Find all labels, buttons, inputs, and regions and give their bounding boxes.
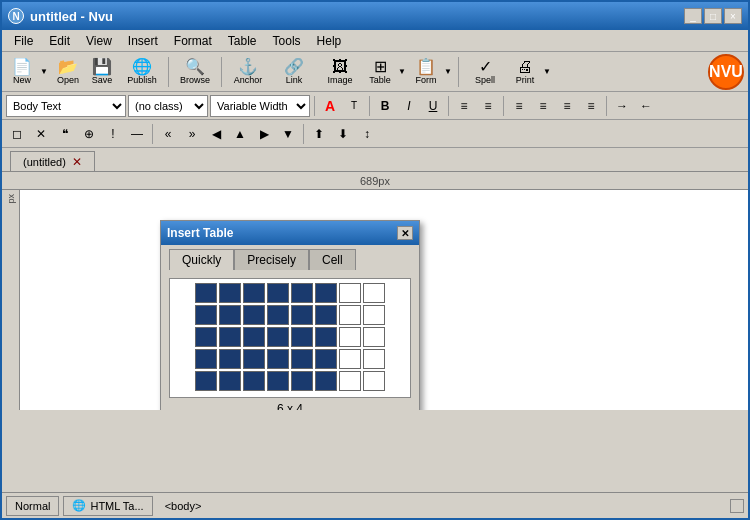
- left-button[interactable]: ◀: [205, 123, 227, 145]
- tab-precisely[interactable]: Precisely: [234, 249, 309, 270]
- grid-cell[interactable]: [219, 349, 241, 369]
- clear-button[interactable]: ◻: [6, 123, 28, 145]
- grid-cell[interactable]: [315, 349, 337, 369]
- minimize-button[interactable]: _: [684, 8, 702, 24]
- new-button[interactable]: 📄 New: [6, 55, 38, 89]
- grid-cell[interactable]: [291, 305, 313, 325]
- grid-cell[interactable]: [243, 371, 265, 391]
- mark-button[interactable]: !: [102, 123, 124, 145]
- quote-button[interactable]: ❝: [54, 123, 76, 145]
- save-button[interactable]: 💾 Save: [86, 55, 118, 89]
- grid-cell[interactable]: [315, 283, 337, 303]
- menu-format[interactable]: Format: [166, 32, 220, 50]
- normal-view-tab[interactable]: Normal: [6, 496, 59, 516]
- split-button[interactable]: ↕: [356, 123, 378, 145]
- grid-cell[interactable]: [219, 371, 241, 391]
- new-dropdown[interactable]: ▼: [38, 55, 50, 89]
- align-right-button[interactable]: ≡: [556, 95, 578, 117]
- tab-quickly[interactable]: Quickly: [169, 249, 234, 270]
- grid-cell[interactable]: [315, 327, 337, 347]
- menu-tools[interactable]: Tools: [265, 32, 309, 50]
- grid-cell[interactable]: [363, 327, 385, 347]
- width-select[interactable]: Variable Width: [210, 95, 310, 117]
- ordered-list-button[interactable]: ≡: [453, 95, 475, 117]
- grid-cell[interactable]: [315, 371, 337, 391]
- grid-cell[interactable]: [195, 349, 217, 369]
- grid-cell[interactable]: [219, 327, 241, 347]
- grid-cell[interactable]: [291, 327, 313, 347]
- form-dropdown[interactable]: ▼: [442, 55, 454, 89]
- grid-cell[interactable]: [243, 349, 265, 369]
- grid-cell[interactable]: [243, 305, 265, 325]
- dialog-close-button[interactable]: ✕: [397, 226, 413, 240]
- next-button[interactable]: »: [181, 123, 203, 145]
- html-view-tab[interactable]: 🌐 HTML Ta...: [63, 496, 152, 516]
- insert-button[interactable]: ⊕: [78, 123, 100, 145]
- menu-view[interactable]: View: [78, 32, 120, 50]
- print-button[interactable]: 🖨 Print: [509, 55, 541, 89]
- grid-cell[interactable]: [195, 371, 217, 391]
- grid-cell[interactable]: [339, 371, 361, 391]
- align-center-button[interactable]: ≡: [532, 95, 554, 117]
- menu-help[interactable]: Help: [309, 32, 350, 50]
- grid-cell[interactable]: [363, 305, 385, 325]
- form-button[interactable]: 📋 Form: [410, 55, 442, 89]
- tab-cell[interactable]: Cell: [309, 249, 356, 270]
- grid-cell[interactable]: [291, 371, 313, 391]
- down-button[interactable]: ▼: [277, 123, 299, 145]
- grid-cell[interactable]: [339, 349, 361, 369]
- menu-edit[interactable]: Edit: [41, 32, 78, 50]
- grid-cell[interactable]: [195, 305, 217, 325]
- grid-cell[interactable]: [267, 349, 289, 369]
- prev-button[interactable]: «: [157, 123, 179, 145]
- remove-button[interactable]: ✕: [30, 123, 52, 145]
- browse-button[interactable]: 🔍 Browse: [173, 55, 217, 89]
- print-dropdown[interactable]: ▼: [541, 55, 553, 89]
- scrollbar-corner[interactable]: [730, 499, 744, 513]
- grid-cell[interactable]: [267, 371, 289, 391]
- menu-file[interactable]: File: [6, 32, 41, 50]
- grid-cell[interactable]: [267, 327, 289, 347]
- unordered-list-button[interactable]: ≡: [477, 95, 499, 117]
- grid-cell[interactable]: [339, 283, 361, 303]
- grid-cell[interactable]: [339, 327, 361, 347]
- grid-cell[interactable]: [291, 349, 313, 369]
- class-select[interactable]: (no class): [128, 95, 208, 117]
- grid-cell[interactable]: [363, 371, 385, 391]
- open-button[interactable]: 📂 Open: [52, 55, 84, 89]
- grid-cell[interactable]: [243, 327, 265, 347]
- grid-cell[interactable]: [219, 283, 241, 303]
- menu-insert[interactable]: Insert: [120, 32, 166, 50]
- font-color-button[interactable]: A: [319, 95, 341, 117]
- grid-cell[interactable]: [243, 283, 265, 303]
- indent-button[interactable]: →: [611, 95, 633, 117]
- grid-cell[interactable]: [291, 283, 313, 303]
- link-button[interactable]: 🔗 Link: [272, 55, 316, 89]
- align-left-button[interactable]: ≡: [508, 95, 530, 117]
- grid-cell[interactable]: [315, 305, 337, 325]
- highlight-button[interactable]: T: [343, 95, 365, 117]
- close-button[interactable]: ×: [724, 8, 742, 24]
- grid-cell[interactable]: [363, 283, 385, 303]
- spell-button[interactable]: ✓ Spell: [463, 55, 507, 89]
- document-tab[interactable]: (untitled) ✕: [10, 151, 95, 171]
- anchor-button[interactable]: ⚓ Anchor: [226, 55, 270, 89]
- maximize-button[interactable]: □: [704, 8, 722, 24]
- grid-cell[interactable]: [363, 349, 385, 369]
- content-area[interactable]: Insert Table ✕ Quickly Precisely Cell 6 …: [20, 190, 748, 410]
- grid-cell[interactable]: [267, 283, 289, 303]
- table-button[interactable]: ⊞ Table: [364, 55, 396, 89]
- image-button[interactable]: 🖼 Image: [318, 55, 362, 89]
- grid-cell[interactable]: [219, 305, 241, 325]
- grid-cell[interactable]: [267, 305, 289, 325]
- italic-button[interactable]: I: [398, 95, 420, 117]
- up-button[interactable]: ▲: [229, 123, 251, 145]
- style-select[interactable]: Body Text: [6, 95, 126, 117]
- grid-cell[interactable]: [195, 283, 217, 303]
- move-down-button[interactable]: ⬇: [332, 123, 354, 145]
- grid-cell[interactable]: [195, 327, 217, 347]
- tab-close-button[interactable]: ✕: [72, 155, 82, 169]
- outdent-button[interactable]: ←: [635, 95, 657, 117]
- right-button[interactable]: ▶: [253, 123, 275, 145]
- bold-button[interactable]: B: [374, 95, 396, 117]
